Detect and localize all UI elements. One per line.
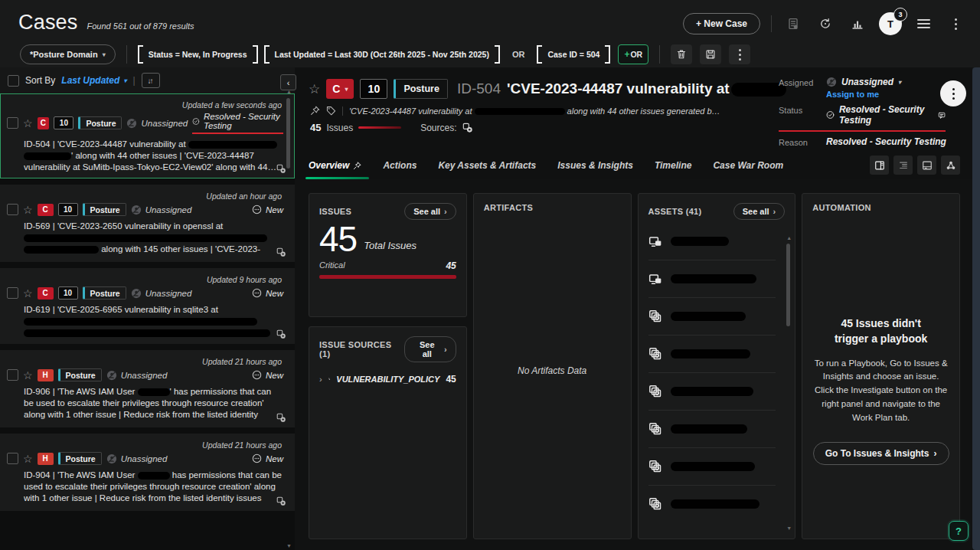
case-description: 'CVE-2023-44487 vulnerability at along w…	[349, 106, 720, 116]
case-checkbox[interactable]	[7, 287, 18, 299]
save-filter-icon[interactable]	[700, 44, 721, 64]
star-icon[interactable]: ☆	[23, 205, 33, 215]
case-title[interactable]: ID-904 | 'The AWS IAM User has permissio…	[24, 470, 283, 506]
scrollbar-thumb[interactable]	[786, 244, 790, 326]
tab-key-assets-artifacts[interactable]: Key Assets & Artifacts	[438, 152, 536, 179]
help-button[interactable]: ?	[949, 521, 969, 541]
list-scrollbar[interactable]: ▲ ▼	[286, 89, 291, 550]
scroll-down-icon[interactable]: ▼	[286, 543, 292, 548]
star-icon[interactable]: ☆	[23, 288, 33, 299]
case-title[interactable]: ID-619 | 'CVE-2025-6965 vulnerability in…	[24, 304, 283, 339]
case-card[interactable]: Updated a few seconds ago ☆ C 10 Posture…	[0, 93, 295, 178]
star-icon[interactable]: ☆	[309, 83, 320, 96]
new-case-button[interactable]: + New Case	[683, 13, 760, 34]
unassigned-avatar-icon	[106, 370, 117, 381]
sort-direction-button[interactable]: ↓↑	[142, 73, 160, 88]
filter-pill[interactable]: Case ID = 504	[537, 44, 610, 64]
tab-overview[interactable]: Overview	[309, 152, 361, 179]
case-title[interactable]: ID-569 | 'CVE-2023-2650 vulnerability in…	[24, 221, 283, 257]
page-scrollbar[interactable]	[972, 67, 980, 550]
case-checkbox[interactable]	[7, 369, 18, 381]
issue-source-row[interactable]: › VULNERABILITY_POLICY 45	[319, 374, 456, 385]
domain-filter-pill[interactable]: *Posture Domain▾	[20, 44, 116, 64]
star-icon[interactable]: ☆	[23, 453, 33, 464]
sort-value-dropdown[interactable]: Last Updated▾	[61, 75, 126, 86]
scrollbar-thumb[interactable]	[286, 98, 290, 169]
tab-actions[interactable]: Actions	[383, 152, 416, 179]
tag-icon[interactable]	[326, 106, 336, 116]
header-kebab-icon[interactable]	[945, 13, 966, 34]
asset-row[interactable]	[648, 298, 776, 336]
case-checkbox[interactable]	[7, 117, 18, 129]
assigned-row: Assigned Unassigned ▾ Assign to me	[779, 77, 959, 99]
asset-row[interactable]	[648, 260, 776, 298]
comment-icon[interactable]	[938, 110, 946, 120]
tab-issues-insights[interactable]: Issues & Insights	[557, 152, 633, 179]
scroll-up-icon[interactable]: ▲	[786, 235, 792, 241]
select-all-checkbox[interactable]	[8, 75, 19, 87]
case-card[interactable]: Updated 9 hours ago ☆ C 10 Posture Unass…	[0, 268, 295, 344]
no-artifacts-message: No Artifacts Data	[484, 212, 621, 529]
issue-sources-see-all-button[interactable]: See all›	[404, 336, 456, 362]
asset-icon	[648, 347, 662, 361]
sync-icon[interactable]	[815, 13, 836, 34]
case-title[interactable]: ID-504 | 'CVE-2023-44487 vulnerability a…	[24, 139, 283, 173]
assign-to-me-link[interactable]: Assign to me	[826, 90, 901, 99]
assigned-value-dropdown[interactable]: Unassigned ▾	[826, 77, 901, 87]
filter-pill[interactable]: Last Updated = Last 30D (Oct 26th 2025 -…	[264, 44, 500, 64]
add-or-filter-button[interactable]: +OR	[618, 44, 648, 64]
star-icon[interactable]: ☆	[23, 118, 33, 129]
case-title[interactable]: ID-906 | 'The AWS IAM User ' has permiss…	[24, 386, 283, 422]
severity-dropdown[interactable]: C▾	[326, 79, 354, 99]
chevron-right-icon: ›	[934, 448, 937, 459]
asset-row[interactable]	[648, 373, 776, 411]
status-icon	[252, 205, 262, 214]
case-checkbox[interactable]	[7, 204, 18, 215]
scroll-down-icon[interactable]: ▼	[786, 525, 792, 531]
critical-count: 45	[446, 260, 456, 271]
pin-icon[interactable]	[310, 106, 320, 116]
critical-label: Critical	[319, 260, 345, 271]
status-icon	[252, 370, 262, 380]
case-card[interactable]: Updated 21 hours ago ☆ H Posture Unassig…	[0, 350, 295, 427]
asset-row[interactable]	[648, 486, 776, 522]
asset-row[interactable]	[648, 448, 776, 486]
unassigned-avatar-icon	[131, 288, 142, 299]
results-count: Found 561 out of 879 results	[87, 21, 194, 31]
case-actions-kebab-button[interactable]	[940, 80, 966, 106]
collapse-list-button[interactable]: ‹	[280, 74, 296, 90]
comments-panel-icon[interactable]	[917, 156, 936, 175]
status-value[interactable]: Resolved - Security Testing	[826, 104, 946, 126]
tab-timeline[interactable]: Timeline	[655, 152, 691, 179]
main-menu-icon[interactable]	[913, 13, 934, 34]
tab-case-war-room[interactable]: Case War Room	[713, 152, 783, 179]
expand-chevron-icon[interactable]: ›	[319, 375, 322, 384]
layout-panel-icon[interactable]	[870, 156, 889, 175]
automation-card-title: AUTOMATION	[812, 203, 871, 212]
case-card[interactable]: Updated an hour ago ☆ C 10 Posture Unass…	[0, 185, 295, 262]
pin-icon	[353, 162, 361, 170]
or-operator-label: OR	[512, 50, 525, 59]
assignee: Unassigned	[126, 118, 188, 129]
graph-view-icon[interactable]	[941, 156, 960, 175]
issues-see-all-button[interactable]: See all›	[404, 203, 456, 220]
assets-see-all-button[interactable]: See all›	[733, 203, 786, 220]
delete-filter-icon[interactable]	[671, 44, 692, 64]
assignee: Unassigned	[106, 453, 168, 464]
notes-icon[interactable]	[893, 156, 913, 175]
assets-scrollbar[interactable]: ▲ ▼	[786, 235, 791, 531]
star-icon[interactable]: ☆	[23, 370, 33, 381]
dashboard-chart-icon[interactable]	[847, 13, 868, 34]
asset-row[interactable]	[648, 411, 776, 448]
go-to-issues-insights-button[interactable]: Go To Issues & Insights›	[813, 442, 949, 465]
filter-kebab-icon[interactable]	[729, 44, 750, 64]
critical-severity-bar	[319, 275, 456, 279]
asset-row[interactable]	[648, 336, 776, 373]
asset-row[interactable]	[648, 223, 776, 260]
reports-icon[interactable]	[782, 13, 804, 34]
case-checkbox[interactable]	[7, 453, 18, 464]
sources-icon[interactable]	[462, 123, 473, 133]
user-avatar[interactable]: T 3	[879, 12, 902, 35]
filter-pill[interactable]: Status = New, In Progress	[138, 44, 258, 64]
case-card[interactable]: Updated 21 hours ago ☆ H Posture Unassig…	[0, 434, 295, 511]
